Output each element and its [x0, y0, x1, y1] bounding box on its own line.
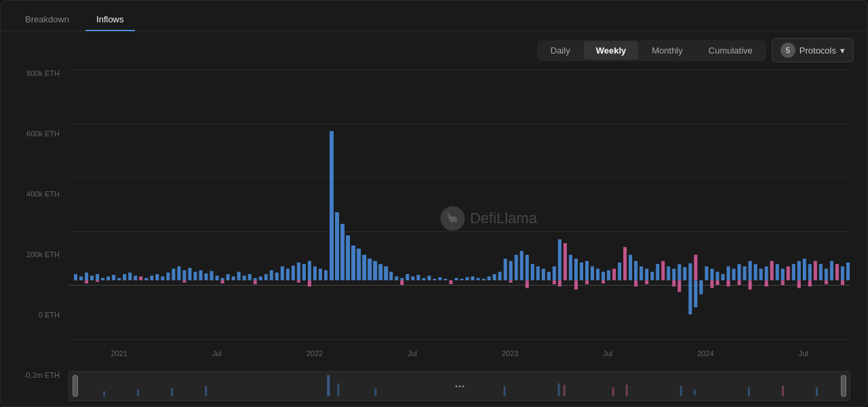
svg-rect-96	[542, 269, 545, 280]
daily-button[interactable]: Daily	[538, 41, 583, 60]
svg-rect-137	[699, 280, 703, 294]
tab-inflows[interactable]: Inflows	[85, 9, 134, 31]
svg-rect-0	[74, 274, 77, 280]
svg-rect-145	[727, 280, 730, 286]
svg-rect-192	[816, 387, 818, 396]
svg-rect-118	[634, 261, 637, 281]
svg-rect-186	[612, 387, 614, 396]
y-label-800k: 800k ETH	[14, 69, 65, 77]
svg-rect-58	[351, 246, 355, 280]
svg-rect-167	[814, 261, 817, 281]
svg-rect-36	[248, 274, 252, 280]
svg-rect-147	[738, 264, 741, 280]
svg-rect-54	[330, 131, 334, 280]
svg-rect-109	[591, 267, 594, 281]
svg-rect-71	[416, 275, 420, 280]
svg-rect-59	[357, 248, 361, 280]
svg-rect-144	[727, 267, 730, 281]
y-axis: 800k ETH 600k ETH 400k ETH 200k ETH 0 ET…	[14, 69, 65, 379]
svg-rect-52	[319, 269, 322, 280]
x-label-jul-2021: Jul	[212, 349, 222, 357]
svg-rect-179	[205, 386, 207, 396]
svg-rect-95	[536, 267, 540, 281]
svg-rect-125	[661, 261, 665, 281]
svg-rect-141	[715, 272, 719, 281]
range-handle-right[interactable]	[841, 375, 846, 397]
svg-rect-9	[112, 275, 115, 280]
svg-rect-156	[770, 261, 774, 281]
chart-area: Daily Weekly Monthly Cumulative 5 Protoc…	[1, 31, 867, 406]
svg-rect-114	[612, 269, 616, 280]
svg-rect-116	[623, 247, 627, 280]
svg-rect-3	[85, 280, 88, 284]
svg-rect-148	[738, 280, 741, 285]
svg-rect-106	[580, 263, 583, 280]
svg-rect-40	[264, 274, 268, 280]
svg-rect-51	[313, 267, 317, 281]
svg-rect-130	[677, 280, 681, 292]
svg-rect-134	[688, 280, 692, 297]
svg-rect-190	[748, 387, 750, 396]
x-label-jul-2022: Jul	[408, 349, 417, 357]
svg-rect-44	[286, 269, 290, 280]
svg-rect-110	[596, 269, 599, 280]
svg-rect-98	[553, 267, 556, 281]
svg-rect-14	[139, 277, 142, 281]
svg-rect-76	[443, 279, 447, 280]
cumulative-button[interactable]: Cumulative	[696, 41, 765, 60]
y-label-400k: 400k ETH	[14, 190, 65, 198]
protocols-count-badge: 5	[781, 43, 795, 58]
svg-rect-10	[117, 278, 121, 280]
time-button-group: Daily Weekly Monthly Cumulative	[537, 40, 766, 61]
svg-rect-100	[558, 239, 561, 280]
svg-rect-161	[792, 264, 795, 280]
svg-rect-2	[85, 273, 88, 280]
svg-rect-151	[749, 280, 752, 290]
monthly-button[interactable]: Monthly	[639, 41, 695, 60]
svg-rect-5	[96, 274, 99, 280]
y-label-600k: 600k ETH	[14, 130, 65, 138]
svg-rect-29	[216, 275, 219, 280]
svg-rect-84	[488, 277, 491, 281]
svg-rect-166	[808, 280, 812, 286]
svg-rect-155	[765, 280, 768, 286]
tab-breakdown[interactable]: Breakdown	[14, 9, 80, 31]
svg-rect-149	[743, 267, 747, 281]
svg-rect-62	[373, 261, 377, 281]
svg-rect-105	[574, 280, 578, 290]
svg-rect-49	[308, 261, 311, 281]
svg-rect-48	[302, 264, 306, 280]
x-label-2021: 2021	[111, 349, 127, 357]
chart-wrapper: 800k ETH 600k ETH 400k ETH 200k ETH 0 ET…	[14, 69, 854, 406]
svg-rect-34	[237, 272, 241, 281]
x-label-2022: 2022	[307, 349, 323, 357]
range-slider[interactable]	[68, 371, 850, 401]
svg-rect-131	[683, 267, 686, 280]
svg-rect-127	[672, 269, 675, 280]
svg-rect-168	[819, 264, 823, 280]
svg-rect-154	[765, 267, 768, 281]
bars-svg	[68, 69, 850, 340]
svg-rect-191	[782, 386, 784, 396]
svg-rect-17	[155, 274, 159, 280]
svg-rect-120	[639, 267, 643, 281]
weekly-button[interactable]: Weekly	[584, 41, 639, 60]
svg-rect-7	[101, 278, 104, 280]
svg-rect-153	[760, 269, 763, 280]
svg-rect-132	[688, 297, 692, 314]
protocols-dropdown[interactable]: 5 Protocols ▾	[772, 38, 854, 62]
svg-rect-164	[803, 258, 806, 280]
svg-rect-78	[454, 278, 458, 280]
svg-rect-187	[626, 385, 628, 396]
svg-rect-32	[226, 274, 230, 280]
svg-rect-74	[433, 279, 436, 280]
range-mini-chart	[69, 372, 850, 400]
svg-rect-72	[422, 278, 425, 280]
tab-bar: Breakdown Inflows	[1, 1, 867, 31]
svg-rect-172	[835, 264, 839, 280]
svg-rect-82	[477, 278, 480, 280]
svg-rect-81	[471, 277, 475, 281]
x-label-jul-2024: Jul	[798, 349, 808, 357]
svg-rect-90	[515, 255, 518, 281]
svg-rect-66	[395, 277, 398, 281]
